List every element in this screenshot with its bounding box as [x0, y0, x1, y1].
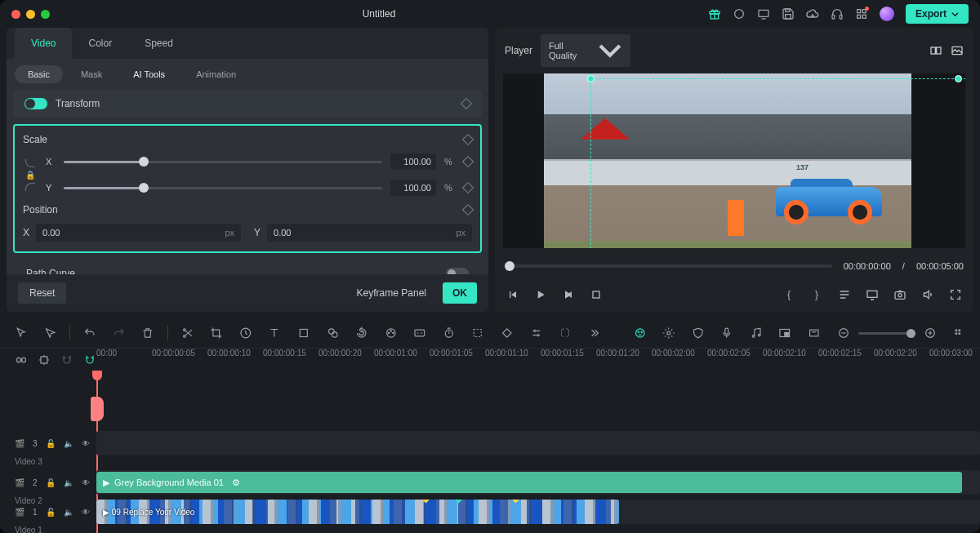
zoom-out-icon[interactable] [837, 326, 850, 340]
pointer-icon[interactable] [15, 326, 28, 340]
snapshot-icon[interactable] [893, 288, 906, 301]
redo-icon[interactable] [113, 326, 126, 340]
prev-frame-icon[interactable] [506, 288, 519, 301]
scale-y-slider[interactable] [64, 187, 382, 189]
mark-in-icon[interactable]: { [782, 288, 795, 301]
gear-icon[interactable] [662, 326, 675, 340]
quality-dropdown[interactable]: Full Quality [541, 34, 630, 67]
crop-icon[interactable] [210, 326, 223, 340]
delete-icon[interactable] [141, 326, 154, 340]
scale-x-value[interactable]: 100.00 [390, 153, 436, 170]
volume-icon[interactable] [921, 288, 934, 301]
clip-video[interactable]: ▶ 09 Replace Your Video [96, 500, 619, 524]
pip-icon[interactable] [778, 326, 791, 340]
compare-icon[interactable] [929, 44, 942, 57]
minimize-window[interactable] [26, 10, 35, 19]
image-icon[interactable] [951, 44, 964, 57]
keyframe-icon[interactable] [501, 326, 514, 340]
subtab-mask[interactable]: Mask [68, 65, 115, 83]
scale-y-keyframe[interactable] [462, 182, 474, 193]
keyframe-panel-button[interactable]: Keyframe Panel [349, 282, 434, 304]
zoom-slider[interactable] [858, 332, 915, 335]
list-view-icon[interactable] [953, 326, 966, 340]
effects-icon[interactable] [327, 326, 340, 340]
zoom-in-icon[interactable] [924, 326, 937, 340]
scale-keyframe[interactable] [462, 134, 474, 145]
tab-speed[interactable]: Speed [128, 28, 189, 59]
apps-icon[interactable] [855, 7, 868, 20]
magnet2-icon[interactable] [60, 353, 74, 366]
save-icon[interactable] [782, 7, 795, 20]
reset-button[interactable]: Reset [18, 282, 66, 304]
pos-y-input[interactable]: 0.00px [267, 224, 472, 242]
clip-green[interactable]: ▶Grey Background Media 01⚙ [96, 472, 962, 493]
mask-icon[interactable] [297, 326, 310, 340]
brackets-icon[interactable]: 〔〕 [559, 326, 572, 340]
select-icon[interactable] [44, 326, 57, 340]
pos-x-input[interactable]: 0.00px [36, 224, 241, 242]
magnet-icon[interactable] [83, 353, 96, 366]
safe-zone-top[interactable] [590, 78, 965, 79]
play-icon[interactable] [534, 288, 547, 301]
crop-handle[interactable] [955, 75, 962, 82]
safe-zone-left[interactable] [590, 73, 591, 248]
monitor-icon[interactable] [866, 288, 879, 301]
tracking-icon[interactable] [471, 326, 484, 340]
tab-color[interactable]: Color [72, 28, 128, 59]
rotate-icon[interactable] [355, 326, 368, 340]
display-icon[interactable] [757, 7, 770, 20]
text-icon[interactable] [268, 326, 281, 340]
subtab-basic[interactable]: Basic [15, 65, 63, 83]
music-icon[interactable] [750, 326, 763, 340]
transform-toggle[interactable] [24, 98, 47, 109]
preview-canvas[interactable]: 137 [544, 73, 911, 248]
scrub-bar[interactable] [505, 264, 832, 268]
lock-icon[interactable]: 🔓 [46, 439, 56, 448]
headphones-icon[interactable] [831, 7, 844, 20]
tab-video[interactable]: Video [15, 28, 72, 59]
transform-keyframe[interactable] [461, 98, 472, 109]
crop-handle[interactable] [587, 75, 595, 82]
split-icon[interactable] [181, 326, 194, 340]
adjust-icon[interactable] [530, 326, 543, 340]
export-button[interactable]: Export [906, 4, 969, 24]
stop-icon[interactable] [590, 288, 603, 301]
more-icon[interactable] [588, 326, 601, 340]
zoom-window[interactable] [41, 10, 50, 19]
timeline-body[interactable]: 🎬3🔓🔈👁 Video 3 🎬2🔓🔈👁 ▶Grey Background Med… [0, 371, 980, 533]
marker-icon[interactable] [808, 326, 821, 340]
cloud-icon[interactable] [806, 7, 819, 20]
preview-viewer[interactable]: 137 [503, 73, 965, 248]
position-keyframe[interactable] [462, 204, 474, 215]
color-icon[interactable] [385, 326, 398, 340]
ai-face-icon[interactable] [634, 326, 647, 340]
subtab-animation[interactable]: Animation [183, 65, 249, 83]
target-icon[interactable] [38, 353, 51, 366]
guides-icon[interactable] [838, 288, 851, 301]
eye-icon[interactable]: 👁 [82, 439, 90, 448]
mark-out-icon[interactable]: } [810, 288, 823, 301]
marker-clip[interactable] [91, 397, 104, 421]
shield-icon[interactable] [692, 326, 705, 340]
timer-icon[interactable] [443, 326, 456, 340]
avatar[interactable] [880, 7, 894, 21]
timeline-ruler[interactable]: 00:0000:00:00:0500:00:00:1000:00:00:1500… [0, 348, 980, 371]
gift-icon[interactable] [708, 7, 721, 20]
link-icon[interactable] [15, 353, 28, 366]
undo-icon[interactable] [83, 326, 96, 340]
close-window[interactable] [11, 10, 20, 19]
speed-icon[interactable] [239, 326, 252, 340]
ok-button[interactable]: OK [443, 282, 477, 304]
fullscreen-icon[interactable] [949, 288, 962, 301]
mic-icon[interactable] [720, 326, 733, 340]
scale-x-keyframe[interactable] [462, 156, 474, 167]
mute-icon[interactable]: 🔈 [64, 439, 74, 448]
scale-x-slider[interactable] [64, 161, 382, 163]
subtab-ai-tools[interactable]: AI Tools [120, 65, 178, 83]
lock-icon[interactable]: 🔒 [25, 171, 35, 180]
next-frame-icon[interactable] [562, 288, 575, 301]
record-icon[interactable] [733, 7, 746, 20]
scale-y-value[interactable]: 100.00 [390, 180, 436, 196]
caption-icon[interactable] [413, 326, 426, 340]
path-curve-toggle[interactable] [446, 268, 469, 274]
